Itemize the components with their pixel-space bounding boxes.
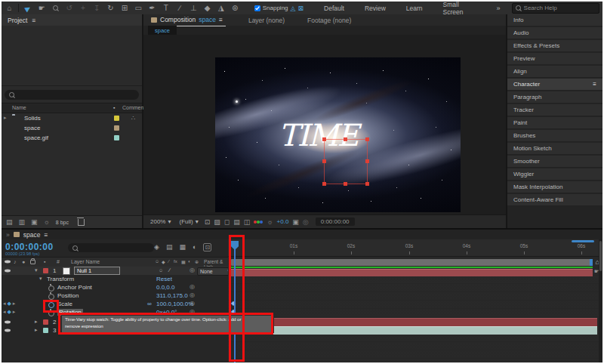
hand-tool-icon[interactable]: ☛: [37, 2, 47, 14]
timeline-tab-space[interactable]: space: [23, 231, 41, 239]
keyframe-navigator[interactable]: ◂ ◆ ▸: [3, 309, 26, 315]
workspace-overflow-icon[interactable]: »: [497, 5, 501, 12]
timeline-search-input[interactable]: [68, 243, 154, 252]
workspace-default[interactable]: Default: [324, 5, 344, 12]
column-layer-name[interactable]: Layer Name: [71, 259, 100, 264]
home-icon[interactable]: ⌂: [5, 2, 14, 14]
panel-tab-align[interactable]: Align: [507, 66, 602, 77]
selection-handle[interactable]: [322, 137, 326, 141]
next-keyframe-icon[interactable]: ▸: [13, 309, 16, 314]
draft-3d-icon[interactable]: ▤: [166, 243, 173, 251]
panel-tab-preview[interactable]: Preview: [507, 53, 602, 64]
anchor-point-label[interactable]: Anchor Point: [57, 284, 92, 291]
position-label[interactable]: Position: [57, 292, 79, 299]
graph-editor-icon[interactable]: ⊡: [203, 243, 211, 251]
roto-brush-tool-icon[interactable]: ◮: [216, 2, 226, 14]
panel-tab-mask-interpolation[interactable]: Mask Interpolation: [507, 181, 602, 193]
orbit-camera-tool-icon[interactable]: ↺: [64, 2, 74, 14]
composition-canvas[interactable]: TIME: [143, 35, 509, 215]
keyframe-diamond-icon[interactable]: ◆: [7, 309, 11, 314]
audio-column-icon[interactable]: ♪: [14, 259, 17, 264]
resolution-gear-icon[interactable]: ☼: [267, 218, 273, 226]
anchor-point-row[interactable]: Anchor Point 0.0,0.0 ◎: [2, 283, 228, 292]
new-folder-icon[interactable]: ▥: [19, 218, 26, 226]
selection-handle[interactable]: [365, 182, 369, 186]
next-keyframe-icon[interactable]: ▸: [13, 301, 16, 306]
snapshot-camera-icon[interactable]: ▣: [292, 218, 299, 226]
item-name[interactable]: Solids: [24, 115, 41, 122]
time-ruler[interactable]: 01s 02s 03s 04s 05s 06s: [228, 239, 599, 257]
dolly-camera-tool-icon[interactable]: ↧: [92, 2, 102, 14]
eye-icon[interactable]: [5, 268, 11, 275]
channel-rgb-icon[interactable]: [254, 221, 257, 224]
motion-blur-icon[interactable]: ◐: [193, 243, 196, 251]
quality-column-icon[interactable]: ∕: [168, 259, 169, 264]
tab-layer[interactable]: Layer (none): [248, 17, 285, 24]
motion-blur-column-icon[interactable]: ◐: [188, 259, 191, 264]
project-row-solids[interactable]: ▸ Solids ∴: [2, 113, 142, 123]
panel-tab-motion-sketch[interactable]: Motion Sketch: [507, 143, 602, 154]
label-swatch-yellow[interactable]: [114, 116, 119, 121]
tab-footage[interactable]: Footage (none): [307, 17, 351, 24]
region-of-interest-icon[interactable]: ◻: [224, 218, 230, 226]
property-pickwhip-icon[interactable]: ◎: [190, 300, 195, 307]
workspace-learn[interactable]: Learn: [406, 5, 423, 12]
prev-keyframe-icon[interactable]: ◂: [3, 309, 6, 314]
selection-handle[interactable]: [365, 137, 369, 141]
work-area-end-handle[interactable]: [590, 259, 593, 266]
twirl-arrow-icon[interactable]: ▸: [35, 327, 38, 333]
panel-tab-smoother[interactable]: Smoother: [507, 156, 602, 167]
panel-tab-character[interactable]: Character ≡: [507, 79, 602, 90]
transform-group-label[interactable]: Transform: [47, 276, 74, 282]
project-column-header[interactable]: Name ▪ Comment: [2, 103, 142, 113]
transparency-grid-icon[interactable]: ▤: [233, 218, 240, 226]
pan-behind-tool-icon[interactable]: ⊞: [119, 2, 129, 14]
workspace-review[interactable]: Review: [365, 5, 386, 12]
item-name[interactable]: space.gif: [24, 134, 48, 141]
property-pickwhip-icon[interactable]: ◎: [190, 308, 195, 315]
comp-mini-flowchart-icon[interactable]: ◈: [154, 243, 159, 251]
column-number[interactable]: #: [57, 259, 60, 264]
label-swatch-tan[interactable]: [114, 125, 119, 131]
3d-column-icon[interactable]: ⊕: [195, 259, 199, 264]
layer-selection-box[interactable]: [324, 139, 368, 184]
magnification-dropdown[interactable]: 200% ▾: [148, 218, 173, 225]
project-search-input[interactable]: [5, 90, 139, 100]
show-snapshot-icon[interactable]: ◎: [303, 218, 309, 226]
panel-tab-paint[interactable]: Paint: [507, 117, 602, 128]
label-swatch-teal[interactable]: [43, 328, 48, 333]
panel-tab-wiggler[interactable]: Wiggler: [507, 168, 602, 180]
twirl-arrow-icon[interactable]: ▾: [39, 276, 42, 282]
parent-pickwhip-icon[interactable]: ◎: [190, 267, 195, 273]
puppet-pin-tool-icon[interactable]: ⊛: [230, 2, 239, 14]
shy-switch-icon[interactable]: ☺: [159, 268, 163, 273]
panel-chevrons-icon[interactable]: »: [6, 231, 10, 239]
pen-tool-icon[interactable]: ✒: [147, 2, 157, 14]
scale-row[interactable]: ◂ ◆ ▸ Scale ∞ 100.0,100.0% ◎: [2, 300, 228, 308]
selection-handle[interactable]: [322, 159, 326, 163]
time-navigator-handle[interactable]: [572, 240, 594, 242]
property-pickwhip-icon[interactable]: ◎: [190, 292, 195, 298]
scale-label[interactable]: Scale: [57, 301, 72, 307]
twirl-arrow-icon[interactable]: ▸: [35, 319, 38, 325]
zoom-tool-icon[interactable]: [51, 2, 60, 14]
brush-tool-icon[interactable]: ∕: [174, 2, 184, 14]
panel-tab-info[interactable]: Info: [507, 14, 602, 26]
frame-blend-column-icon[interactable]: ▦: [181, 259, 186, 264]
workspace-small-screen[interactable]: Small Screen: [443, 1, 479, 16]
search-help-input[interactable]: Search Help: [512, 3, 599, 14]
work-area-bar[interactable]: [231, 259, 593, 266]
panel-tab-audio[interactable]: Audio: [507, 27, 602, 39]
selection-handle[interactable]: [344, 137, 347, 141]
interpret-footage-icon[interactable]: ▤: [6, 218, 13, 226]
panel-tab-effects-presets[interactable]: Effects & Presets: [507, 40, 602, 51]
layer-name-editbox[interactable]: Null 1: [74, 267, 120, 275]
rotation-stopwatch-icon[interactable]: [48, 310, 54, 318]
layer2-duration-bar[interactable]: [231, 318, 597, 326]
exposure-value[interactable]: +0.0: [277, 218, 289, 225]
solo-column-icon[interactable]: ●: [22, 259, 25, 264]
twirl-arrow-icon[interactable]: ▾: [35, 267, 38, 273]
selection-handle[interactable]: [322, 182, 326, 186]
item-name[interactable]: space: [24, 125, 40, 131]
label-swatch-red[interactable]: [43, 268, 48, 273]
